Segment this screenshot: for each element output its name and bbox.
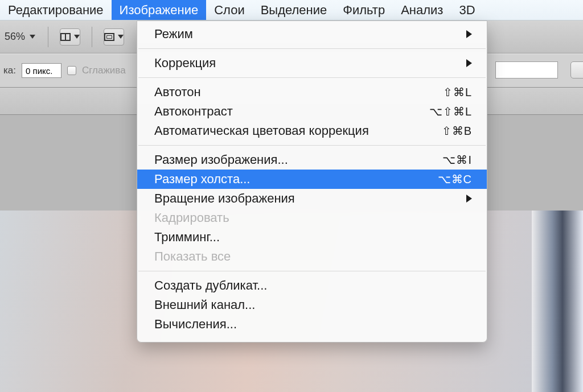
screen-icon — [104, 33, 114, 41]
menu-analysis[interactable]: Анализ — [393, 0, 451, 20]
menu-image[interactable]: Изображение — [112, 0, 207, 20]
menu-item-reveal-all: Показать все — [137, 247, 487, 266]
menu-item-image-rotation[interactable]: Вращение изображения — [137, 189, 487, 208]
menu-divider — [138, 145, 486, 146]
submenu-arrow-icon — [466, 195, 472, 203]
submenu-arrow-icon — [466, 30, 472, 38]
checkbox-icon — [67, 66, 76, 75]
menu-item-shortcut: ⇧⌘L — [443, 85, 472, 99]
menu-item-shortcut: ⌥⌘I — [442, 153, 472, 167]
chevron-down-icon — [30, 35, 35, 39]
menu-filter[interactable]: Фильтр — [335, 0, 393, 20]
menu-item-label: Размер холста... — [154, 172, 438, 187]
menu-item-label: Показать все — [154, 249, 472, 264]
zoom-dropdown[interactable]: 56% — [3, 30, 36, 44]
menu-item-trim[interactable]: Тримминг... — [137, 228, 487, 247]
menu-label: Выделение — [261, 3, 327, 18]
menu-item-autotone[interactable]: Автотон ⇧⌘L — [137, 82, 487, 102]
menu-item-label: Внешний канал... — [154, 298, 472, 312]
right-input[interactable] — [495, 61, 558, 79]
separator — [92, 27, 92, 47]
menu-item-label: Вычисления... — [154, 317, 472, 332]
menu-edit[interactable]: Редактирование — [0, 0, 112, 20]
menu-item-label: Автотон — [154, 85, 443, 100]
zoom-value: 56% — [5, 31, 25, 43]
menu-item-apply-image[interactable]: Внешний канал... — [137, 295, 487, 315]
menu-item-label: Размер изображения... — [154, 152, 442, 167]
submenu-arrow-icon — [466, 59, 472, 67]
menu-item-adjustments[interactable]: Коррекция — [137, 53, 487, 73]
menu-item-label: Автоматическая цветовая коррекция — [154, 123, 442, 138]
feather-input[interactable] — [22, 63, 61, 78]
menu-item-shortcut: ⌥⇧⌘L — [429, 105, 472, 118]
menu-label: Изображение — [120, 3, 199, 18]
menu-item-calculations[interactable]: Вычисления... — [137, 315, 487, 334]
menu-item-image-size[interactable]: Размер изображения... ⌥⌘I — [137, 150, 487, 170]
chevron-down-icon — [118, 35, 124, 39]
menu-layers[interactable]: Слои — [206, 0, 253, 20]
menu-item-label: Вращение изображения — [154, 191, 466, 206]
menu-item-label: Режим — [154, 27, 466, 42]
menu-item-shortcut: ⌥⌘C — [438, 172, 472, 186]
menubar: Редактирование Изображение Слои Выделени… — [0, 0, 583, 20]
menu-item-label: Автоконтраст — [154, 104, 429, 119]
antialias-label: Сглажива — [82, 65, 126, 76]
layout-icon — [60, 33, 71, 41]
menu-divider — [138, 77, 486, 78]
image-menu-dropdown: Режим Коррекция Автотон ⇧⌘L Автоконтраст… — [137, 20, 487, 343]
menu-item-label: Кадрировать — [154, 211, 472, 225]
separator — [48, 27, 48, 47]
menu-divider — [138, 271, 486, 271]
menu-select[interactable]: Выделение — [253, 0, 335, 20]
menu-item-label: Коррекция — [154, 56, 466, 71]
menu-3d[interactable]: 3D — [451, 0, 483, 20]
menu-item-canvas-size[interactable]: Размер холста... ⌥⌘C — [137, 170, 487, 189]
menu-item-label: Создать дубликат... — [154, 278, 472, 293]
menu-divider — [138, 48, 486, 49]
right-button[interactable] — [570, 61, 583, 79]
feather-label: ка: — [3, 65, 16, 76]
menu-item-autocontrast[interactable]: Автоконтраст ⌥⇧⌘L — [137, 102, 487, 121]
menu-item-autocolor[interactable]: Автоматическая цветовая коррекция ⇧⌘B — [137, 121, 487, 141]
menu-item-shortcut: ⇧⌘B — [442, 124, 472, 138]
menu-label: Анализ — [401, 3, 443, 18]
menu-label: Слои — [214, 3, 245, 18]
chevron-down-icon — [74, 35, 80, 39]
menu-item-label: Тримминг... — [154, 230, 472, 245]
layout-icon-button[interactable] — [60, 28, 80, 46]
menu-item-mode[interactable]: Режим — [137, 24, 487, 44]
menu-label: Редактирование — [8, 3, 104, 18]
menu-label: 3D — [459, 3, 475, 18]
menu-label: Фильтр — [343, 3, 385, 18]
antialias-option[interactable]: Сглажива — [67, 65, 126, 76]
menu-item-duplicate[interactable]: Создать дубликат... — [137, 276, 487, 295]
menu-item-crop: Кадрировать — [137, 208, 487, 228]
screen-mode-button[interactable] — [104, 28, 124, 46]
